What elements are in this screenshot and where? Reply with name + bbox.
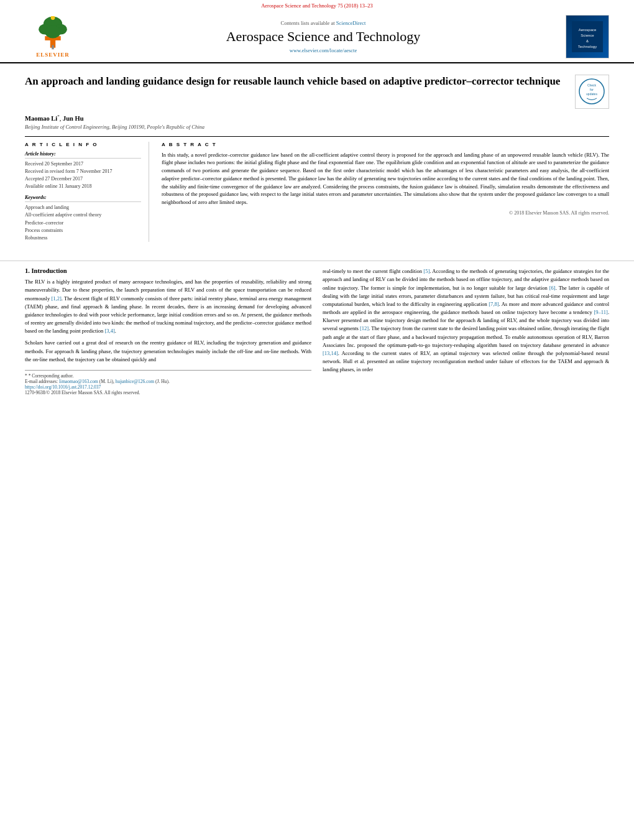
article-title-text: An approach and landing guidance design …	[25, 75, 575, 89]
corresponding-marker: *	[57, 114, 60, 119]
introduction-heading: 1. Introduction	[25, 267, 311, 274]
intro-paragraph-1: The RLV is a highly integrated product o…	[25, 278, 311, 335]
ref-7-8[interactable]: [7,8]	[489, 301, 498, 307]
journal-header: ELSEVIER Contents lists available at Sci…	[0, 10, 634, 63]
journal-logo-box: Aerospace Science & Technology	[566, 15, 609, 58]
article-title-section: An approach and landing guidance design …	[25, 70, 609, 109]
corresponding-star: *	[25, 373, 27, 379]
main-content: 1. Introduction The RLV is a highly inte…	[0, 267, 634, 408]
intro-paragraph-2: Scholars have carried out a great deal o…	[25, 339, 311, 364]
received-revised-date: Received in revised form 7 November 2017	[25, 168, 141, 175]
svg-text:for: for	[590, 88, 594, 91]
elsevier-tree-icon	[31, 16, 75, 50]
elsevier-logo-container: ELSEVIER	[19, 16, 87, 58]
journal-url[interactable]: www.elsevier.com/locate/aescte	[87, 47, 559, 53]
article-body: An approach and landing guidance design …	[0, 63, 634, 254]
ref-13-14[interactable]: [13,14]	[323, 350, 338, 356]
abstract-column: A B S T R A C T In this study, a novel p…	[162, 142, 609, 242]
journal-ref-text: Aerospace Science and Technology 75 (201…	[261, 2, 373, 9]
email-1[interactable]: limaomao@163.com	[59, 379, 98, 384]
elsevier-label: ELSEVIER	[36, 52, 70, 58]
keyword-1: Approach and landing	[25, 204, 141, 211]
keyword-4: Process constraints	[25, 227, 141, 234]
available-online-date: Available online 31 January 2018	[25, 183, 141, 190]
keyword-2: All-coefficient adaptive control theory	[25, 211, 141, 218]
abstract-heading: A B S T R A C T	[162, 142, 609, 147]
svg-text:Check: Check	[587, 83, 597, 87]
history-heading: Article history:	[25, 151, 141, 159]
ref-1-2[interactable]: [1,2]	[51, 295, 61, 302]
issn-line: 1270-9638/© 2018 Elsevier Masson SAS. Al…	[25, 390, 311, 395]
keywords-heading: Keywords:	[25, 195, 141, 202]
email-1-name: (M. Li),	[99, 379, 114, 384]
svg-text:Technology: Technology	[578, 45, 597, 48]
article-history: Article history: Received 20 September 2…	[25, 151, 141, 190]
doi-link[interactable]: https://doi.org/10.1016/j.ast.2017.12.03…	[25, 384, 101, 390]
content-divider	[0, 261, 634, 261]
ref-3-4[interactable]: [3,4]	[104, 328, 114, 334]
right-col-paragraph-1: real-timely to meet the current flight c…	[323, 267, 609, 374]
received-date: Received 20 September 2017	[25, 160, 141, 167]
journal-title: Aerospace Science and Technology	[87, 29, 559, 45]
article-info-column: A R T I C L E I N F O Article history: R…	[25, 142, 149, 242]
article-info-abstract-section: A R T I C L E I N F O Article history: R…	[25, 136, 609, 242]
svg-rect-6	[52, 45, 53, 49]
article-title: An approach and landing guidance design …	[25, 75, 563, 89]
copyright-line: © 2018 Elsevier Masson SAS. All rights r…	[162, 210, 609, 216]
email-2-name: (J. Hu).	[155, 379, 170, 384]
svg-text:Aerospace: Aerospace	[579, 28, 597, 32]
sciencedirect-link[interactable]: ScienceDirect	[336, 20, 366, 26]
ref-9-11[interactable]: [9–11]	[594, 309, 608, 315]
check-updates-badge: Check for updates	[575, 75, 609, 109]
svg-text:Science: Science	[581, 34, 594, 37]
keyword-5: Robustness	[25, 234, 141, 241]
affiliation-line: Beijing Institute of Control Engineering…	[25, 124, 609, 130]
accepted-date: Accepted 27 December 2017	[25, 175, 141, 182]
ref-5[interactable]: [5]	[423, 268, 430, 274]
article-info-heading: A R T I C L E I N F O	[25, 142, 141, 147]
journal-center: Contents lists available at ScienceDirec…	[87, 20, 559, 53]
svg-text:updates: updates	[586, 92, 597, 96]
issn-text: 1270-9638/© 2018 Elsevier Masson SAS. Al…	[25, 390, 140, 395]
section-number: 1.	[25, 267, 30, 274]
footnote-section: * * Corresponding author. E-mail address…	[25, 370, 311, 395]
ref-6[interactable]: [6]	[549, 285, 556, 291]
author-jun-hu: Jun Hu	[63, 115, 84, 122]
main-right-column: real-timely to meet the current flight c…	[323, 267, 609, 395]
keywords-section: Keywords: Approach and landing All-coeff…	[25, 195, 141, 241]
journal-logo-icon: Aerospace Science & Technology	[572, 21, 603, 52]
svg-text:&: &	[586, 39, 589, 43]
corresponding-text: * Corresponding author.	[29, 373, 74, 379]
keyword-3: Predictor–corrector	[25, 219, 141, 226]
author-maomao-li: Maomao Li	[25, 115, 57, 122]
contents-available-line: Contents lists available at ScienceDirec…	[87, 20, 559, 26]
abstract-text: In this study, a novel predictor–correct…	[162, 151, 609, 206]
doi-line: https://doi.org/10.1016/j.ast.2017.12.03…	[25, 384, 311, 390]
elsevier-logo: ELSEVIER	[31, 16, 75, 58]
email-line: E-mail addresses: limaomao@163.com (M. L…	[25, 379, 311, 384]
email-label: E-mail addresses:	[25, 379, 58, 384]
authors-line: Maomao Li*, Jun Hu	[25, 114, 609, 122]
svg-point-5	[45, 25, 60, 38]
corresponding-author-note: * * Corresponding author.	[25, 373, 311, 379]
journal-logo-right: Aerospace Science & Technology	[559, 15, 615, 58]
journal-reference-bar: Aerospace Science and Technology 75 (201…	[0, 0, 634, 10]
ref-12[interactable]: [12]	[360, 325, 369, 331]
main-left-column: 1. Introduction The RLV is a highly inte…	[25, 267, 311, 395]
check-updates-icon: Check for updates	[578, 78, 606, 106]
email-2[interactable]: hujunbice@126.com	[116, 379, 155, 384]
